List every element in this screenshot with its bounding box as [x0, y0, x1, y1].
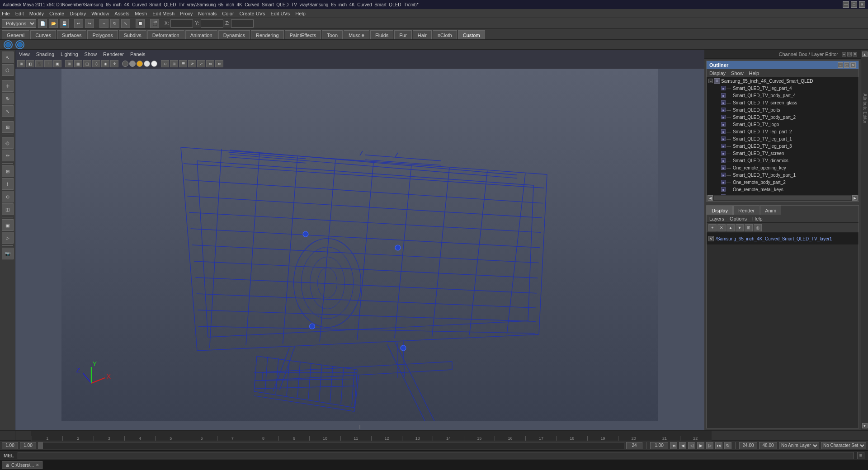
autokey2-outer[interactable]	[15, 40, 24, 49]
viewport-area[interactable]: View Shading Lighting Show Renderer Pane…	[15, 50, 704, 430]
le-assign-btn[interactable]: ⊞	[745, 224, 753, 231]
le-tab-anim[interactable]: Anim	[760, 206, 781, 215]
vt-btn-7[interactable]: ▦	[74, 60, 82, 67]
render-button[interactable]: 🎬	[150, 19, 159, 28]
vt-btn-17[interactable]: ≫	[215, 60, 223, 67]
range-current-input[interactable]	[20, 442, 36, 449]
outliner-item-12[interactable]: ▣ — Smart_QLED_TV_body_part_1	[707, 171, 859, 179]
show-manipulator-button[interactable]: ⊞	[2, 121, 14, 133]
tab-animation[interactable]: Animation	[185, 30, 217, 39]
outliner-content[interactable]: – ⊞ Samsung_65_inch_4K_Curved_Smart_QLED…	[707, 77, 859, 195]
tab-surfaces[interactable]: Surfaces	[57, 30, 86, 39]
no-anim-layer-select[interactable]: No Anim Layer	[779, 442, 819, 449]
outliner-item-14[interactable]: ▣ — One_remote_metal_keys	[707, 186, 859, 193]
vt-btn-2[interactable]: ◧	[26, 60, 34, 67]
menu-edit-uvs[interactable]: Edit UVs	[270, 11, 290, 16]
rs-top-btn[interactable]: ▲	[862, 52, 868, 57]
timeline-ruler[interactable]: 1 2 3 4 5 6 7 8 9 10 11 12 13 14 15 16 1	[31, 431, 712, 441]
menu-proxy[interactable]: Proxy	[180, 11, 193, 16]
vt-btn-4[interactable]: ⌗	[44, 60, 52, 67]
step-back-btn[interactable]: ◀	[679, 442, 686, 449]
new-scene-button[interactable]: 📄	[38, 19, 47, 28]
vt-color-3[interactable]	[137, 61, 143, 67]
tree-collapse-root[interactable]: –	[708, 79, 713, 83]
play-back-btn[interactable]: ◁	[688, 442, 695, 449]
lasso-tool-button[interactable]: ⬡	[2, 64, 14, 76]
ipr-render-button[interactable]: ▷	[2, 232, 14, 244]
vt-color-5[interactable]	[151, 61, 157, 67]
tab-muscle[interactable]: Muscle	[344, 30, 369, 39]
play-forward-btn[interactable]: ▶	[697, 442, 704, 449]
outliner-item-3[interactable]: ▣ — Smart_QLED_TV_bolts	[707, 106, 859, 113]
le-move-up-btn[interactable]: ▲	[726, 224, 735, 231]
go-to-end-btn[interactable]: ⏭	[715, 442, 722, 449]
menu-assets[interactable]: Assets	[114, 11, 129, 16]
vt-color-4[interactable]	[144, 61, 150, 67]
tab-fur[interactable]: Fur	[394, 30, 412, 39]
menu-help[interactable]: Help	[295, 11, 306, 16]
vt-btn-9[interactable]: ⬡	[92, 60, 100, 67]
minimize-button[interactable]: —	[843, 1, 849, 8]
tab-toon[interactable]: Toon	[322, 30, 343, 39]
vt-btn-13[interactable]: ☰	[179, 60, 187, 67]
fps-end-1[interactable]	[739, 442, 757, 449]
layer-visibility-toggle[interactable]: V	[708, 236, 714, 241]
le-menu-help[interactable]: Help	[752, 216, 763, 221]
vt-btn-10[interactable]: ◉	[101, 60, 109, 67]
coord-x-input[interactable]	[170, 19, 193, 28]
range-start-input[interactable]	[2, 442, 18, 449]
outliner-item-8[interactable]: ▣ — Smart_QLED_TV_leg_part_3	[707, 142, 859, 150]
vt-btn-6[interactable]: ⊞	[65, 60, 73, 67]
menu-create[interactable]: Create	[49, 11, 64, 16]
snap-button[interactable]: 🔲	[136, 19, 145, 28]
outliner-scrollbar-h[interactable]	[714, 196, 851, 200]
vt-btn-8[interactable]: ◫	[83, 60, 91, 67]
status-expand-btn[interactable]: ≡	[857, 452, 864, 459]
menu-file[interactable]: File	[2, 11, 10, 16]
rs-bottom-btn[interactable]: ▼	[862, 423, 868, 428]
menu-color[interactable]: Color	[222, 11, 234, 16]
loop-btn[interactable]: ↻	[724, 442, 731, 449]
outliner-maximize[interactable]: □	[844, 62, 849, 68]
timeline-range-bar[interactable]	[38, 442, 624, 449]
open-button[interactable]: 📂	[49, 19, 58, 28]
outliner-item-7[interactable]: ▣ — Smart_QLED_TV_leg_part_1	[707, 135, 859, 142]
go-to-start-btn[interactable]: ⏮	[670, 442, 677, 449]
range-end-input[interactable]	[626, 442, 642, 449]
vp-menu-lighting[interactable]: Lighting	[61, 52, 78, 57]
le-menu-options[interactable]: Options	[730, 216, 747, 221]
vt-color-2[interactable]	[129, 61, 136, 67]
outliner-item-10[interactable]: ▣ — Smart_QLED_TV_dinamics	[707, 157, 859, 164]
outliner-item-4[interactable]: ▣ — Smart_QLED_TV_body_part_2	[707, 113, 859, 121]
vt-btn-11[interactable]: ✛	[110, 60, 118, 67]
snap-curve-button[interactable]: ⌇	[2, 178, 14, 190]
outliner-item-6[interactable]: ▣ — Smart_QLED_TV_leg_part_2	[707, 128, 859, 135]
le-tab-display[interactable]: Display	[707, 206, 733, 215]
outliner-item-9[interactable]: ▣ — Smart_QLED_TV_screen	[707, 150, 859, 157]
snap-grid-button[interactable]: ⊞	[2, 165, 14, 177]
tab-fluids[interactable]: Fluids	[370, 30, 393, 39]
outliner-menu-display[interactable]: Display	[709, 70, 726, 76]
tab-general[interactable]: General	[2, 30, 29, 39]
outliner-menu-help[interactable]: Help	[749, 70, 760, 76]
vt-btn-12[interactable]: ⊞	[170, 60, 178, 67]
vt-btn-14[interactable]: ⟳	[188, 60, 196, 67]
outliner-item-0[interactable]: ▣ — Smart_QLED_TV_leg_part_4	[707, 85, 859, 92]
outliner-item-11[interactable]: ▣ — One_remote_opening_key	[707, 164, 859, 171]
outliner-item-15[interactable]: ▣ — One_remote_body_part_1	[707, 193, 859, 195]
taskbar-item-0[interactable]: 🖥 C:\Users\... ✕	[2, 461, 42, 469]
vp-menu-view[interactable]: View	[19, 52, 30, 57]
mode-selector[interactable]: Polygons	[2, 19, 36, 28]
outliner-item-13[interactable]: ▣ — One_remote_body_part_2	[707, 179, 859, 186]
step-forward-btn[interactable]: ▷	[706, 442, 713, 449]
outliner-menu-show[interactable]: Show	[731, 70, 744, 76]
menu-edit-mesh[interactable]: Edit Mesh	[152, 11, 175, 16]
vp-menu-show[interactable]: Show	[85, 52, 97, 57]
command-input[interactable]	[18, 452, 854, 459]
le-select-btn[interactable]: ◎	[754, 224, 762, 231]
maximize-button[interactable]: □	[851, 1, 857, 8]
vt-btn-5[interactable]: ▣	[53, 60, 61, 67]
le-tab-render[interactable]: Render	[733, 206, 760, 215]
vt-btn-1[interactable]: ⊞	[17, 60, 25, 67]
coord-z-input[interactable]	[231, 19, 254, 28]
